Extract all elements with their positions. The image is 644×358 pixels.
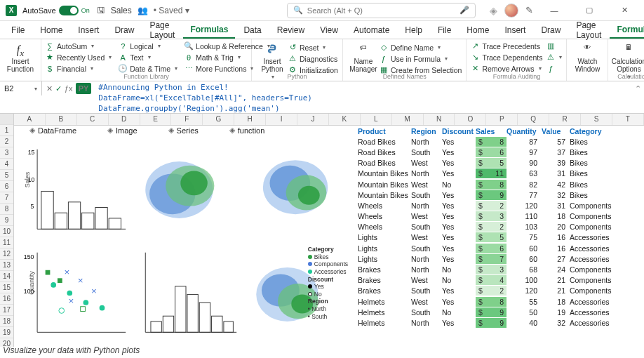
table-row[interactable]: Road BikesWestYes $5 9039Bikes	[358, 158, 644, 168]
formula-bar-expand-icon[interactable]: ⌃	[631, 81, 644, 93]
row-header[interactable]: 12	[0, 248, 13, 260]
row-header[interactable]: 6	[0, 181, 13, 192]
row-header[interactable]: 7	[0, 192, 13, 204]
table-row[interactable]: Mountain BikesNorthYes $11 6331Bikes	[358, 168, 644, 179]
row-header[interactable]: 10	[0, 226, 13, 237]
search-input[interactable]	[307, 6, 455, 15]
date-time-button[interactable]: 🕒Date & Time▾	[119, 63, 177, 74]
col-header[interactable]: E	[140, 114, 172, 125]
tab-automate[interactable]: Automate	[347, 22, 396, 38]
row-header[interactable]: 9	[0, 215, 13, 226]
row-header[interactable]: 14	[0, 271, 13, 282]
table-header[interactable]: Product	[358, 127, 411, 135]
col-header[interactable]: N	[424, 114, 455, 125]
tab-home[interactable]: Home	[459, 22, 496, 38]
close-button[interactable]: ✕	[610, 1, 638, 20]
table-header[interactable]: Sales	[476, 127, 507, 135]
table-row[interactable]: Road BikesNorthYes $8 8757Bikes	[358, 136, 644, 147]
use-in-formula-button[interactable]: ƒUse in Formula▾	[380, 53, 462, 64]
col-header[interactable]: S	[581, 114, 612, 125]
table-row[interactable]: WheelsNorthYes $2 12031Components	[358, 200, 644, 211]
trace-dependents-button[interactable]: ↘Trace Dependents	[471, 52, 542, 62]
autosave-toggle[interactable]: AutoSave On	[22, 6, 90, 15]
col-header[interactable]: F	[171, 114, 203, 125]
col-header[interactable]: O	[455, 114, 486, 125]
table-row[interactable]: LightsNorthYes $7 6027Accessories	[358, 253, 644, 264]
col-header[interactable]: C	[77, 114, 109, 125]
data-table[interactable]: ProductRegionDiscountSalesQuantityValueC…	[358, 126, 644, 329]
col-header[interactable]: L	[361, 114, 392, 125]
row-header[interactable]: 13	[0, 260, 13, 271]
table-header[interactable]: Quantity	[507, 127, 542, 135]
python-mode-chip[interactable]: PY	[76, 83, 92, 94]
save-icon[interactable]: 🖫	[97, 6, 105, 15]
minimize-button[interactable]: —	[540, 1, 568, 20]
col-header[interactable]: D	[109, 114, 140, 125]
cell-chip[interactable]: ◈DataFrame	[29, 126, 76, 135]
name-box[interactable]: B2▾	[0, 81, 42, 95]
row-header[interactable]: 2	[0, 136, 13, 147]
reset-button[interactable]: ↺Reset▾	[288, 42, 338, 53]
formula-code[interactable]: #Announcing Python in Excel! DataFrame=x…	[95, 81, 631, 116]
tab-insert[interactable]: Insert	[497, 22, 532, 38]
row-header[interactable]: 18	[0, 316, 13, 327]
worksheet[interactable]: 1234567891011121314151617181920 ABCDEFGH…	[0, 114, 644, 347]
text-button[interactable]: AText▾	[119, 52, 177, 62]
tab-data[interactable]: Data	[236, 22, 268, 38]
row-headers[interactable]: 1234567891011121314151617181920	[0, 114, 14, 347]
name-manager-button[interactable]: 🏷Name Manager	[347, 41, 380, 75]
define-name-button[interactable]: ◇Define Name▾	[380, 42, 462, 53]
table-row[interactable]: HelmetsNorthYes $9 4032Accessories	[358, 317, 644, 328]
toggle-switch-icon[interactable]	[59, 6, 79, 15]
col-header[interactable]: K	[329, 114, 361, 125]
col-header[interactable]: B	[46, 114, 77, 125]
table-header[interactable]: Value	[542, 127, 570, 135]
remove-arrows-button[interactable]: ✕Remove Arrows▾	[471, 63, 542, 74]
autosum-button[interactable]: ∑AutoSum▾	[46, 41, 112, 51]
user-avatar[interactable]	[504, 4, 518, 18]
table-row[interactable]: BrakesSouthYes $2 12021Components	[358, 286, 644, 296]
insert-function-button[interactable]: fx Insert Function	[4, 41, 36, 73]
row-header[interactable]: 4	[0, 159, 13, 170]
col-header[interactable]: P	[486, 114, 518, 125]
row-header[interactable]: 11	[0, 237, 13, 248]
col-header[interactable]: Q	[518, 114, 549, 125]
table-row[interactable]: HelmetsSouthNo $9 5019Accessories	[358, 307, 644, 317]
row-header[interactable]: 15	[0, 282, 13, 293]
row-header[interactable]: 16	[0, 293, 13, 305]
doc-name[interactable]: Sales	[111, 6, 132, 15]
tab-formulas[interactable]: Formulas	[610, 22, 644, 39]
tab-file[interactable]: File	[4, 22, 32, 38]
tab-draw[interactable]: Draw	[107, 22, 141, 38]
diagnostics-button[interactable]: ⚠Diagnostics	[288, 53, 338, 64]
error-check-icon[interactable]: ⚠▾	[546, 52, 562, 62]
fx-icon[interactable]: ƒx	[65, 84, 73, 93]
search-box[interactable]: 🔍 🎤	[287, 3, 476, 18]
tab-insert[interactable]: Insert	[71, 22, 106, 38]
table-row[interactable]: HelmetsWestYes $8 5518Accessories	[358, 296, 644, 307]
col-header[interactable]: J	[297, 114, 329, 125]
watch-window-button[interactable]: 👁Watch Window	[571, 41, 603, 73]
row-header[interactable]: 1	[0, 125, 13, 136]
tab-view[interactable]: View	[313, 22, 345, 38]
tab-help[interactable]: Help	[398, 22, 429, 38]
row-header[interactable]: 19	[0, 327, 13, 338]
table-row[interactable]: Mountain BikesSouthYes $9 7732Bikes	[358, 190, 644, 200]
col-header[interactable]: I	[266, 114, 297, 125]
row-header[interactable]: 5	[0, 170, 13, 181]
evaluate-formula-icon[interactable]: ƒ	[546, 63, 562, 74]
col-header[interactable]: T	[612, 114, 644, 125]
col-header[interactable]: A	[14, 114, 46, 125]
row-header[interactable]: 17	[0, 305, 13, 316]
col-header[interactable]: G	[203, 114, 234, 125]
table-row[interactable]: WheelsWestYes $3 11018Components	[358, 211, 644, 222]
table-row[interactable]: Road BikesSouthYes $6 9737Bikes	[358, 147, 644, 157]
cell-chip[interactable]: ◈Series	[168, 126, 199, 135]
tab-file[interactable]: File	[431, 22, 458, 38]
col-headers[interactable]: ABCDEFGHIJKLMNOPQRST	[14, 114, 644, 126]
tab-home[interactable]: Home	[33, 22, 69, 38]
row-header[interactable]: 3	[0, 147, 13, 159]
table-row[interactable]: WheelsSouthYes $2 10320Components	[358, 222, 644, 232]
financial-button[interactable]: $Financial▾	[46, 63, 112, 74]
table-row[interactable]: LightsWestYes $5 7516Accessories	[358, 232, 644, 243]
